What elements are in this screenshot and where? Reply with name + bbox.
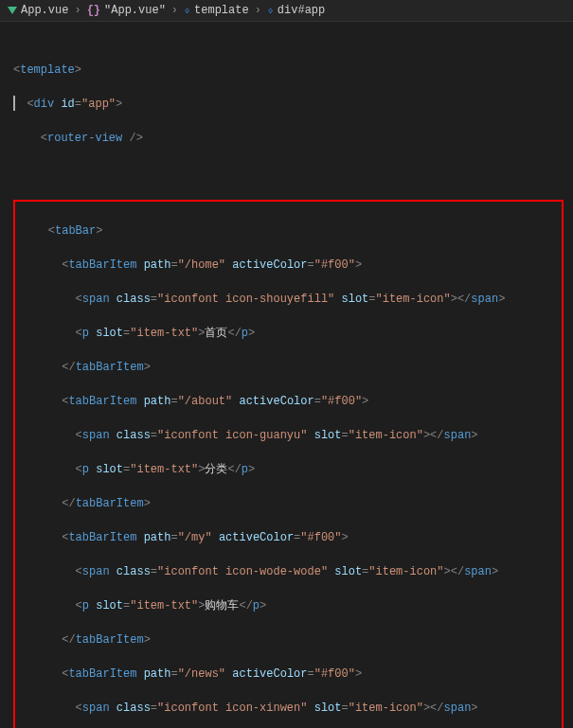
- code-editor[interactable]: <template> <div id="app"> <router-view /…: [0, 22, 573, 728]
- cube-icon: ⬨: [184, 4, 190, 17]
- text-cursor: [13, 96, 15, 111]
- brace-icon: {}: [87, 4, 100, 17]
- breadcrumb-obj[interactable]: {} "App.vue": [87, 4, 166, 17]
- breadcrumb-sep: ›: [171, 4, 178, 17]
- breadcrumb-node-label: div#app: [278, 4, 325, 17]
- highlight-box: <tabBar> <tabBarItem path="/home" active…: [13, 200, 564, 728]
- cube-icon: ⬨: [267, 4, 274, 17]
- vue-icon: [8, 7, 17, 14]
- breadcrumb-file[interactable]: App.vue: [8, 4, 68, 17]
- breadcrumb[interactable]: App.vue › {} "App.vue" › ⬨ template › ⬨ …: [0, 0, 573, 22]
- breadcrumb-section-label: template: [194, 4, 249, 17]
- breadcrumb-sep: ›: [74, 4, 81, 17]
- breadcrumb-sep: ›: [255, 4, 261, 17]
- breadcrumb-obj-label: "App.vue": [104, 4, 166, 17]
- breadcrumb-file-label: App.vue: [21, 4, 68, 17]
- breadcrumb-node[interactable]: ⬨ div#app: [267, 4, 325, 17]
- breadcrumb-section[interactable]: ⬨ template: [184, 4, 249, 17]
